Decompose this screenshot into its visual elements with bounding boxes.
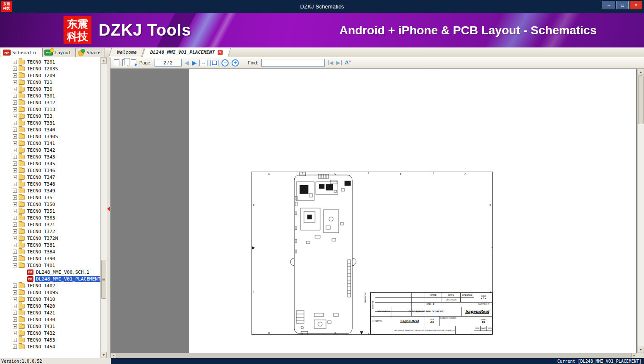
maximize-button[interactable]: □ (616, 1, 629, 9)
tree-item-folder[interactable]: +TECNO T371 (0, 221, 100, 228)
tree-item-folder[interactable]: +TECNO T340 (0, 126, 100, 133)
tree-item-folder[interactable]: +TECNO T21 (0, 79, 100, 86)
zoom-in-icon[interactable]: + (232, 59, 239, 67)
pdf-viewer[interactable]: D C B A D C B A 2 1 2 1 (111, 69, 644, 358)
expand-icon[interactable]: + (13, 94, 17, 98)
expand-icon[interactable]: + (13, 229, 17, 233)
expand-icon[interactable]: + (13, 250, 17, 254)
doc-tab-active[interactable]: DL248_MMI_V01_PLACEMENT × (144, 48, 229, 57)
tree-item-folder[interactable]: +TECNO T421 (0, 309, 100, 316)
scrollbar-thumb[interactable] (638, 75, 644, 124)
tree-item-folder[interactable]: +TECNO T313 (0, 106, 100, 113)
tree-item-folder[interactable]: +TECNO T390 (0, 255, 100, 262)
tree-item-folder[interactable]: +TECNO T343 (0, 153, 100, 160)
expand-icon[interactable]: + (13, 297, 17, 301)
tree-item-folder[interactable]: +TECNO T312 (0, 99, 100, 106)
expand-icon[interactable]: + (13, 236, 17, 240)
tree-item-folder[interactable]: +TECNO T35 (0, 194, 100, 201)
expand-icon[interactable]: + (13, 202, 17, 206)
continuous-page-icon[interactable] (131, 59, 136, 66)
tree-item-folder[interactable]: +TECNO T348 (0, 181, 100, 187)
viewer-vertical-scrollbar[interactable]: ▲ ▼ (637, 69, 644, 353)
expand-icon[interactable]: + (13, 134, 17, 139)
match-case-icon[interactable]: Aa (345, 60, 351, 65)
tree-item-folder[interactable]: +TECNO T301 (0, 92, 100, 99)
find-input[interactable] (261, 59, 325, 67)
tree-item-folder[interactable]: +TECNO T372N (0, 235, 100, 242)
tree-item-folder[interactable]: +TECNO T372 (0, 228, 100, 235)
minimize-button[interactable]: – (603, 1, 615, 9)
expand-icon[interactable]: + (13, 168, 17, 172)
expand-icon[interactable]: + (13, 148, 17, 152)
scroll-down-icon[interactable]: ▼ (638, 347, 644, 353)
tree-item-folder[interactable]: −TECNO T401 (0, 262, 100, 269)
scroll-up-icon[interactable]: ▲ (101, 57, 107, 64)
expand-icon[interactable]: + (13, 216, 17, 220)
tree-item-folder[interactable]: +TECNO T381 (0, 242, 100, 248)
tree-item-folder[interactable]: +TECNO T454 (0, 343, 100, 350)
next-page-icon[interactable]: ▶ (192, 60, 197, 66)
expand-icon[interactable]: + (13, 155, 17, 159)
tree-item-document[interactable]: PDFDL248_MMI_V00.SCH.1 (0, 269, 100, 275)
tree-item-folder[interactable]: +TECNO T340S (0, 133, 100, 140)
expand-icon[interactable]: + (13, 243, 17, 247)
tree-item-folder[interactable]: +TECNO T350 (0, 201, 100, 208)
close-button[interactable]: × (630, 1, 642, 9)
tab-share[interactable]: Share (76, 48, 105, 57)
find-previous-icon[interactable]: ◀ (328, 60, 333, 65)
tree-item-folder[interactable]: +TECNO T209 (0, 72, 100, 79)
fit-width-icon[interactable]: ↔ (199, 60, 207, 66)
tree-item-folder[interactable]: +TECNO T384 (0, 248, 100, 255)
expand-icon[interactable]: + (13, 331, 17, 335)
tab-close-icon[interactable]: × (218, 50, 223, 55)
tree-scrollbar[interactable]: ▲ ▼ (100, 57, 107, 358)
expand-icon[interactable]: + (13, 73, 17, 78)
tree-item-folder[interactable]: +TECNO T402 (0, 282, 100, 289)
expand-icon[interactable]: + (13, 161, 17, 166)
expand-icon[interactable]: + (13, 189, 17, 193)
expand-icon[interactable]: + (13, 107, 17, 111)
viewer-horizontal-scrollbar[interactable]: ◄ ► (111, 353, 637, 358)
expand-icon[interactable]: + (13, 324, 17, 328)
expand-icon[interactable]: + (13, 345, 17, 349)
expand-icon[interactable]: + (13, 128, 17, 132)
single-page-view-icon[interactable] (114, 59, 119, 66)
tree-item-folder[interactable]: +TECNO T410 (0, 296, 100, 303)
expand-icon[interactable]: + (13, 121, 17, 125)
tree-item-folder[interactable]: +TECNO T346 (0, 167, 100, 174)
tab-layout[interactable]: PADS Layout (42, 48, 76, 57)
tree-item-folder[interactable]: +TECNO T363 (0, 214, 100, 221)
tree-item-folder[interactable]: +TECNO T342 (0, 147, 100, 153)
tree-item-document[interactable]: PDFDL248_MMI_V01_PLACEMENT (0, 275, 100, 282)
tree-item-folder[interactable]: +TECNO T351 (0, 208, 100, 214)
expand-icon[interactable]: + (13, 87, 17, 91)
expand-icon[interactable]: + (13, 175, 17, 179)
scroll-down-icon[interactable]: ▼ (101, 352, 107, 358)
tree-item-folder[interactable]: +TECNO T201 (0, 58, 100, 65)
expand-icon[interactable]: + (13, 80, 17, 84)
expand-icon[interactable]: + (13, 114, 17, 118)
expand-icon[interactable]: + (13, 290, 17, 295)
expand-icon[interactable]: + (13, 304, 17, 308)
expand-icon[interactable]: + (13, 67, 17, 71)
expand-icon[interactable]: + (13, 195, 17, 200)
facing-pages-icon[interactable] (122, 59, 128, 66)
tree-item-folder[interactable]: +TECNO T349 (0, 187, 100, 194)
expand-icon[interactable]: + (13, 311, 17, 315)
expand-icon[interactable]: + (13, 60, 17, 64)
splitter-collapse-icon[interactable] (107, 206, 110, 211)
page-number-input[interactable] (155, 59, 182, 67)
find-next-icon[interactable]: ▶ (336, 60, 342, 65)
expand-icon[interactable]: + (13, 256, 17, 261)
tab-schematic[interactable]: PDF Schematic (1, 48, 42, 57)
expand-icon[interactable]: + (13, 209, 17, 213)
tree-item-folder[interactable]: +TECNO T331 (0, 119, 100, 126)
tree-item-folder[interactable]: +TECNO T432 (0, 330, 100, 336)
scroll-up-icon[interactable]: ▲ (638, 69, 644, 75)
scroll-right-icon[interactable]: ► (631, 353, 637, 358)
tree-item-folder[interactable]: +TECNO T30 (0, 86, 100, 92)
tree-item-folder[interactable]: +TECNO T341 (0, 140, 100, 147)
scrollbar-thumb[interactable] (101, 260, 106, 299)
expand-icon[interactable]: + (13, 317, 17, 322)
tree-item-folder[interactable]: +TECNO T430 (0, 316, 100, 323)
